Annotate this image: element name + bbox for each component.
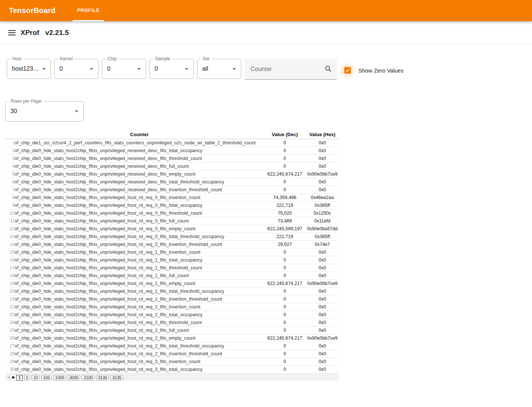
row-index: 3 <box>5 155 15 163</box>
counter-value-hex: 0x0 <box>306 327 339 334</box>
table-row[interactable]: 22 vf_chip_die0_hde_stats_host2chip_fifo… <box>5 303 339 311</box>
table-row[interactable]: 26 vf_chip_die0_hde_stats_host2chip_fifo… <box>5 334 339 342</box>
page-button-1[interactable]: 1 <box>16 375 22 381</box>
counter-name: vf_chip_die1_oci_o2cur4_2_perf_counters_… <box>15 139 264 147</box>
set-select[interactable]: Set all <box>197 59 241 79</box>
table-row[interactable]: 5 vf_chip_die0_hde_stats_host2chip_fifos… <box>5 170 339 178</box>
counter-value-hex: 0x0 <box>306 303 339 311</box>
page-button-1000[interactable]: 1000 <box>53 375 66 381</box>
row-index: 20 <box>5 288 15 295</box>
table-row[interactable]: 20 vf_chip_die0_hde_stats_host2chip_fifo… <box>5 288 339 295</box>
page-button-10[interactable]: 10 <box>32 375 40 381</box>
counter-value-dec: 0 <box>264 249 306 256</box>
pager-prev-button[interactable]: ◀ <box>6 375 11 380</box>
counter-search-field <box>245 59 337 80</box>
table-row[interactable]: 2 vf_chip_die0_hde_stats_host2chip_fifos… <box>5 147 339 155</box>
counter-value-hex: 0x0 <box>306 311 339 319</box>
counter-search-input[interactable] <box>251 59 321 79</box>
page-button-3130[interactable]: 3130 <box>96 375 109 381</box>
table-row[interactable]: 29 vf_chip_die0_hde_stats_host2chip_fifo… <box>5 358 339 366</box>
row-index: 21 <box>5 295 15 303</box>
chevron-down-icon <box>42 68 46 70</box>
counter-name: vf_chip_die0_hde_stats_host2chip_fifos_u… <box>15 147 264 155</box>
chevron-down-icon <box>185 68 188 70</box>
sample-select-label: Sample <box>153 56 172 61</box>
table-row[interactable]: 13 vf_chip_die0_hde_stats_host2chip_fifo… <box>5 233 339 241</box>
show-zero-values-checkbox[interactable] <box>341 63 355 77</box>
counter-name: vf_chip_die0_hde_stats_host2chip_fifos_u… <box>15 249 264 256</box>
counter-value-hex: 0x74e7 <box>306 241 339 249</box>
counter-value-dec: 0 <box>264 311 306 319</box>
counter-value-hex: 0x365ff <box>306 233 339 241</box>
table-row[interactable]: 18 vf_chip_die0_hde_stats_host2chip_fifo… <box>5 272 339 280</box>
counters-table: Counter Value (Dec) Value (Hex) 1 vf_chi… <box>5 131 339 374</box>
checkbox-checked-icon <box>344 67 351 74</box>
table-row[interactable]: 24 vf_chip_die0_hde_stats_host2chip_fifo… <box>5 319 339 327</box>
table-row[interactable]: 28 vf_chip_die0_hde_stats_host2chip_fifo… <box>5 350 339 358</box>
chevron-down-icon <box>137 68 141 70</box>
table-row[interactable]: 3 vf_chip_die0_hde_stats_host2chip_fifos… <box>5 155 339 163</box>
table-row[interactable]: 12 vf_chip_die0_hde_stats_host2chip_fifo… <box>5 225 339 233</box>
counter-value-dec: 0 <box>264 186 306 194</box>
menu-icon[interactable] <box>8 30 16 35</box>
table-row[interactable]: 7 vf_chip_die0_hde_stats_host2chip_fifos… <box>5 186 339 194</box>
kernel-select[interactable]: Kernel 0 <box>54 59 99 79</box>
tab-profile[interactable]: PROFILE <box>72 0 104 21</box>
counter-name: vf_chip_die0_hde_stats_host2chip_fifos_u… <box>15 272 264 280</box>
table-pager: ◀ ▶ 121010010003000310031303135 <box>5 374 339 381</box>
table-row[interactable]: 9 vf_chip_die0_hde_stats_host2chip_fifos… <box>5 202 339 209</box>
table-row[interactable]: 21 vf_chip_die0_hde_stats_host2chip_fifo… <box>5 295 339 303</box>
col-header-value-hex: Value (Hex) <box>306 131 339 139</box>
table-row[interactable]: 8 vf_chip_die0_hde_stats_host2chip_fifos… <box>5 194 339 202</box>
table-row[interactable]: 11 vf_chip_die0_hde_stats_host2chip_fifo… <box>5 217 339 225</box>
set-select-label: Set <box>201 56 211 61</box>
table-row[interactable]: 10 vf_chip_die0_hde_stats_host2chip_fifo… <box>5 209 339 217</box>
counter-value-hex: 0x1250c <box>306 209 339 217</box>
table-row[interactable]: 25 vf_chip_die0_hde_stats_host2chip_fifo… <box>5 327 339 334</box>
table-row[interactable]: 14 vf_chip_die0_hde_stats_host2chip_fifo… <box>5 241 339 249</box>
counter-name: vf_chip_die0_hde_stats_host2chip_fifos_u… <box>15 155 264 163</box>
table-row[interactable]: 16 vf_chip_die0_hde_stats_host2chip_fifo… <box>5 256 339 264</box>
counter-name: vf_chip_die0_hde_stats_host2chip_fifos_u… <box>15 288 264 295</box>
table-row[interactable]: 4 vf_chip_die0_hde_stats_host2chip_fifos… <box>5 163 339 170</box>
sample-select[interactable]: Sample 0 <box>149 59 194 79</box>
col-header-counter: Counter <box>15 131 264 139</box>
counter-value-dec: 0 <box>264 295 306 303</box>
page-button-3100[interactable]: 3100 <box>82 375 94 381</box>
pager-next-button[interactable]: ▶ <box>12 375 16 380</box>
counter-value-hex: 0x0 <box>306 342 339 350</box>
row-index: 24 <box>5 319 15 327</box>
table-row[interactable]: 17 vf_chip_die0_hde_stats_host2chip_fifo… <box>5 264 339 272</box>
counter-value-dec: 74,359,466 <box>264 194 306 202</box>
page-button-100[interactable]: 100 <box>41 375 52 381</box>
chip-select[interactable]: Chip 0 <box>102 59 146 79</box>
table-row[interactable]: 1 vf_chip_die1_oci_o2cur4_2_perf_counter… <box>5 139 339 147</box>
rows-per-page-label: Rows per Page: <box>9 99 44 104</box>
row-index: 11 <box>5 217 15 225</box>
counter-name: vf_chip_die0_hde_stats_host2chip_fifos_u… <box>15 194 264 202</box>
table-row[interactable]: 27 vf_chip_die0_hde_stats_host2chip_fifo… <box>5 342 339 350</box>
page-button-3135[interactable]: 3135 <box>110 375 123 381</box>
counter-name: vf_chip_die0_hde_stats_host2chip_fifos_u… <box>15 327 264 334</box>
row-index: 6 <box>5 178 15 186</box>
counter-value-dec: 0 <box>264 272 306 280</box>
counter-value-dec: 0 <box>264 366 306 374</box>
host-select[interactable]: Host host123… <box>7 59 51 79</box>
row-index: 29 <box>5 358 15 366</box>
table-row[interactable]: 30 vf_chip_die0_hde_stats_host2chip_fifo… <box>5 366 339 374</box>
table-row[interactable]: 15 vf_chip_die0_hde_stats_host2chip_fifo… <box>5 249 339 256</box>
page-button-2[interactable]: 2 <box>24 375 30 381</box>
counter-name: vf_chip_die0_hde_stats_host2chip_fifos_u… <box>15 170 264 178</box>
counter-value-hex: 0x0 <box>306 295 339 303</box>
counter-value-hex: 0x0 <box>306 155 339 163</box>
table-row[interactable]: 23 vf_chip_die0_hde_stats_host2chip_fifo… <box>5 311 339 319</box>
rows-per-page-select[interactable]: Rows per Page: 30 <box>5 101 84 122</box>
counter-value-dec: 222,719 <box>264 202 306 209</box>
counter-value-dec: 622,245,674,217 <box>264 280 306 288</box>
search-icon[interactable] <box>325 65 332 74</box>
table-row[interactable]: 19 vf_chip_die0_hde_stats_host2chip_fifo… <box>5 280 339 288</box>
counter-value-hex: 0x365ff <box>306 202 339 209</box>
version-label: v2.21.5 <box>45 29 69 37</box>
page-button-3000[interactable]: 3000 <box>68 375 80 381</box>
table-row[interactable]: 6 vf_chip_die0_hde_stats_host2chip_fifos… <box>5 178 339 186</box>
